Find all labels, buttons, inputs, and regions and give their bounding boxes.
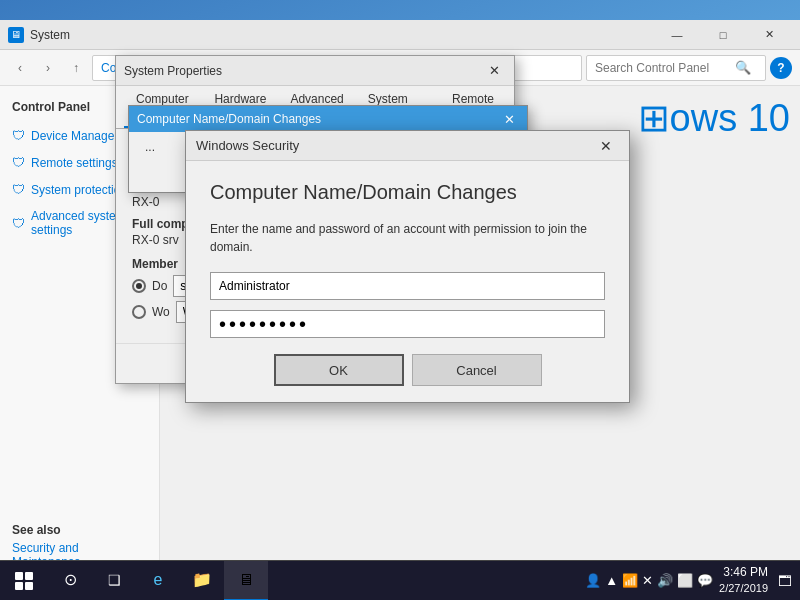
back-button[interactable]: ‹ xyxy=(8,56,32,80)
search-taskbar-icon: ⊙ xyxy=(64,570,77,589)
wsd-password-input[interactable] xyxy=(210,310,605,338)
taskbar-search[interactable]: ⊙ xyxy=(48,561,92,601)
domain-label: Do xyxy=(152,279,167,293)
taskbar: ⊙ ❑ e 📁 🖥 👤 ▲ 📶 ✕ 🔊 ⬜ 💬 xyxy=(0,560,800,600)
desktop: 🖥 System — □ ✕ ‹ › ↑ Control Panel › All… xyxy=(0,0,800,600)
help-button[interactable]: ? xyxy=(770,57,792,79)
maximize-button[interactable]: □ xyxy=(700,20,746,50)
edge-icon: e xyxy=(154,571,163,589)
taskbar-clock[interactable]: 3:46 PM 2/27/2019 xyxy=(719,564,768,596)
see-also-title: See also xyxy=(12,523,147,537)
taskbar-explorer[interactable]: 📁 xyxy=(180,561,224,601)
up-button[interactable]: ↑ xyxy=(64,56,88,80)
wsd-title: Windows Security xyxy=(196,138,593,153)
cn-titlebar: Computer Name/Domain Changes ✕ xyxy=(129,106,527,132)
wsd-main-title: Computer Name/Domain Changes xyxy=(210,181,605,204)
taskbar-system[interactable]: 🖥 xyxy=(224,561,268,601)
shield-icon-1: 🛡 xyxy=(12,128,25,143)
wsd-username-input[interactable] xyxy=(210,272,605,300)
sys-props-titlebar: System Properties ✕ xyxy=(116,56,514,86)
shield-icon-4: 🛡 xyxy=(12,216,25,231)
search-icon: 🔍 xyxy=(735,60,751,75)
sidebar-label-prot: System protection xyxy=(31,183,127,197)
domain-radio[interactable] xyxy=(132,279,146,293)
shield-icon-3: 🛡 xyxy=(12,182,25,197)
notification-icon[interactable]: 🗔 xyxy=(778,573,792,589)
sidebar-label-dm: Device Manager xyxy=(31,129,118,143)
minimize-button[interactable]: — xyxy=(654,20,700,50)
taskbar-task-view[interactable]: ❑ xyxy=(92,561,136,601)
tray-network-wifi: 📶 xyxy=(622,573,638,588)
sys-props-title: System Properties xyxy=(124,64,482,78)
window-titlebar: 🖥 System — □ ✕ xyxy=(0,20,800,50)
wsd-body: Computer Name/Domain Changes Enter the n… xyxy=(186,161,629,402)
cn-close-button[interactable]: ✕ xyxy=(499,109,519,129)
window-title: System xyxy=(30,28,654,42)
wsd-titlebar: Windows Security ✕ xyxy=(186,131,629,161)
network-icon: ▲ xyxy=(605,573,618,588)
windows-logo: ⊞ xyxy=(638,97,670,139)
tray-speaker-icon: 🔊 xyxy=(657,573,673,588)
window-controls: — □ ✕ xyxy=(654,20,792,50)
system-app-icon: 🖥 xyxy=(238,571,254,589)
tray-message-icon: 💬 xyxy=(697,573,713,588)
cn-body-text: ... xyxy=(145,140,155,154)
tray-battery-icon: ⬜ xyxy=(677,573,693,588)
tray-icons: 👤 ▲ 📶 ✕ 🔊 ⬜ 💬 xyxy=(585,573,713,588)
wsd-ok-button[interactable]: OK xyxy=(274,354,404,386)
search-box[interactable]: 🔍 xyxy=(586,55,766,81)
cn-title: Computer Name/Domain Changes xyxy=(137,112,499,126)
task-view-icon: ❑ xyxy=(108,572,121,588)
wsd-close-button[interactable]: ✕ xyxy=(593,133,619,159)
workgroup-label: Wo xyxy=(152,305,170,319)
windows-security-dialog: Windows Security ✕ Computer Name/Domain … xyxy=(185,130,630,403)
sys-props-close-button[interactable]: ✕ xyxy=(482,59,506,83)
workgroup-radio[interactable] xyxy=(132,305,146,319)
person-icon: 👤 xyxy=(585,573,601,588)
clock-time: 3:46 PM xyxy=(719,564,768,581)
clock-date: 2/27/2019 xyxy=(719,581,768,596)
taskbar-tray: 👤 ▲ 📶 ✕ 🔊 ⬜ 💬 3:46 PM 2/27/2019 🗔 xyxy=(585,564,800,596)
taskbar-apps: ⊙ ❑ e 📁 🖥 xyxy=(48,561,268,601)
tray-close-btn: ✕ xyxy=(642,573,653,588)
shield-icon-2: 🛡 xyxy=(12,155,25,170)
wsd-desc: Enter the name and password of an accoun… xyxy=(210,220,605,256)
start-icon xyxy=(15,572,33,590)
os-title-display: ⊞ows 10 xyxy=(638,96,790,140)
wsd-buttons: OK Cancel xyxy=(210,354,605,386)
start-button[interactable] xyxy=(0,561,48,601)
sidebar-label-remote: Remote settings xyxy=(31,156,118,170)
close-button[interactable]: ✕ xyxy=(746,20,792,50)
taskbar-edge[interactable]: e xyxy=(136,561,180,601)
explorer-icon: 📁 xyxy=(192,570,212,589)
wsd-cancel-button[interactable]: Cancel xyxy=(412,354,542,386)
forward-button[interactable]: › xyxy=(36,56,60,80)
system-window-icon: 🖥 xyxy=(8,27,24,43)
search-input[interactable] xyxy=(595,61,735,75)
